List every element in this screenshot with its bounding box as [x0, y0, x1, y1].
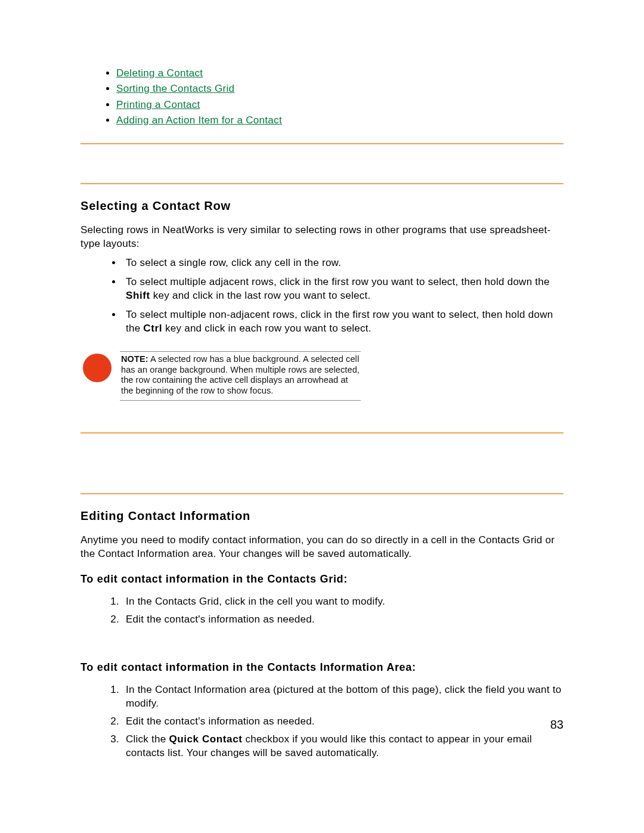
dot-icon [83, 354, 112, 382]
paragraph: Selecting rows in NeatWorks is very simi… [80, 224, 564, 251]
edit-info-steps: In the Contact Information area (picture… [80, 682, 564, 763]
list-item: To select a single row, click any cell i… [122, 255, 564, 274]
note-box: NOTE: A selected row has a blue backgrou… [120, 351, 361, 401]
list-item: Click the Quick Contact checkbox if you … [122, 732, 564, 763]
divider [80, 493, 564, 494]
link-printing-contact[interactable]: Printing a Contact [116, 99, 200, 110]
step-text: Edit the contact's information as needed… [126, 614, 315, 625]
list-item: Edit the contact's information as needed… [122, 612, 564, 630]
paragraph: Anytime you need to modify contact infor… [80, 534, 564, 561]
list-item: Edit the contact's information as needed… [122, 714, 564, 732]
list-item: To select multiple non-adjacent rows, cl… [122, 306, 564, 339]
spacer [80, 640, 564, 649]
heading-editing-contact-info: Editing Contact Information [80, 509, 564, 523]
step-text-pre: Click the [126, 733, 169, 745]
note-text: NOTE: A selected row has a blue backgrou… [121, 354, 360, 397]
top-links-list: Deleting a Contact Sorting the Contacts … [80, 66, 564, 128]
bullet-bold: Shift [126, 290, 150, 301]
link-adding-action-item[interactable]: Adding an Action Item for a Contact [116, 114, 282, 126]
link-sorting-contacts-grid[interactable]: Sorting the Contacts Grid [116, 83, 234, 94]
step-text: In the Contact Information area (picture… [126, 684, 561, 709]
list-item: Deleting a Contact [116, 66, 564, 81]
link-deleting-contact[interactable]: Deleting a Contact [116, 67, 203, 79]
page-number: 83 [550, 718, 564, 732]
divider [80, 432, 564, 433]
spacer [80, 448, 564, 490]
list-item: Adding an Action Item for a Contact [116, 113, 564, 128]
subheading-edit-info-area: To edit contact information in the Conta… [80, 661, 564, 674]
bullet-text: To select a single row, click any cell i… [126, 257, 341, 268]
bullet-text-post: key and click in the last row you want t… [150, 290, 371, 301]
bullet-text-pre: To select multiple adjacent rows, click … [126, 276, 550, 287]
heading-selecting-contact-row: Selecting a Contact Row [80, 199, 564, 213]
subheading-edit-grid: To edit contact information in the Conta… [80, 573, 564, 586]
step-text: Edit the contact's information as needed… [126, 716, 315, 727]
divider [80, 143, 564, 144]
spacer [80, 401, 564, 417]
list-item: In the Contacts Grid, click in the cell … [122, 594, 564, 612]
divider [80, 183, 564, 184]
list-item: Printing a Contact [116, 97, 564, 113]
note-label: NOTE: [121, 354, 148, 364]
note-block: NOTE: A selected row has a blue backgrou… [83, 351, 564, 401]
document-page: Deleting a Contact Sorting the Contacts … [0, 0, 644, 833]
step-bold: Quick Contact [169, 733, 242, 745]
edit-grid-steps: In the Contacts Grid, click in the cell … [80, 594, 564, 630]
note-body: A selected row has a blue background. A … [121, 354, 360, 395]
list-item: Sorting the Contacts Grid [116, 81, 564, 97]
list-item: To select multiple adjacent rows, click … [122, 274, 564, 306]
list-item: In the Contact Information area (picture… [122, 682, 564, 714]
selecting-bullets: To select a single row, click any cell i… [80, 255, 564, 339]
step-text: In the Contacts Grid, click in the cell … [126, 596, 385, 607]
bullet-bold: Ctrl [143, 323, 162, 334]
spacer [80, 159, 564, 180]
bullet-text-post: key and click in each row you want to se… [162, 323, 371, 334]
